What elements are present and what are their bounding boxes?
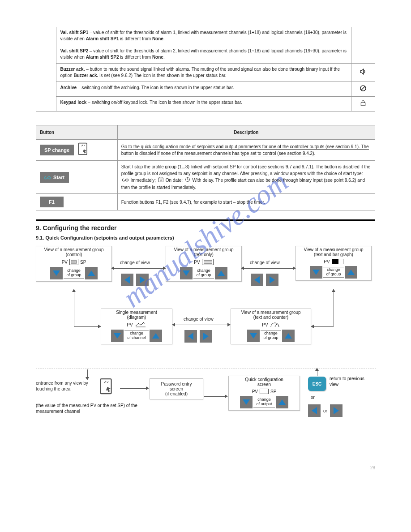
up-arrow-button[interactable] — [345, 266, 357, 279]
node-control-view: View of a measurement group (control) PV… — [36, 246, 112, 282]
start-button[interactable]: Start — [40, 172, 69, 183]
row-archive: Archive – switching on/off the archiving… — [56, 82, 351, 97]
svg-line-19 — [275, 324, 277, 327]
page-number: 28 — [0, 461, 411, 479]
entrance-text: entrance from any view by touching the a… — [36, 380, 98, 392]
prohibit-icon — [351, 82, 375, 97]
password-entry-box: Password entry screen (if enabled) — [150, 378, 203, 399]
left-arrow-button[interactable] — [251, 274, 263, 286]
right-arrow-button[interactable] — [330, 404, 342, 417]
f1-desc: Function buttons F1, F2 (see 9.4.7), for… — [117, 194, 375, 210]
infinity-icon — [122, 177, 128, 184]
node-counter-view: View of a measurement group (text and co… — [231, 309, 311, 344]
up-arrow-button[interactable] — [215, 267, 227, 279]
svg-rect-2 — [361, 103, 365, 106]
svg-rect-12 — [71, 261, 77, 263]
lock-icon — [351, 97, 375, 112]
speaker-icon — [351, 64, 375, 82]
or-text: or — [311, 395, 315, 400]
sp-change-button[interactable]: SP change — [40, 145, 74, 155]
sp-change-desc: Go to the quick configuration mode of se… — [117, 140, 375, 161]
row-val-shift-sp2: Val. shift SP2 – value of shift for the … — [56, 45, 351, 64]
up-arrow-button[interactable] — [150, 330, 162, 342]
esc-button[interactable]: ESC — [308, 377, 326, 391]
start-desc: Start / stop the profile group (1...8) l… — [117, 161, 375, 194]
row-val-shift-sp1: Val. shift SP1 – value of shift for the … — [56, 27, 351, 45]
touch-icon — [77, 142, 92, 158]
left-arrow-button[interactable] — [184, 330, 197, 343]
status-icons-table: Val. shift SP1 – value of shift for the … — [36, 27, 375, 112]
up-arrow-button[interactable] — [282, 330, 295, 342]
quick-config-box: Quick configuration screen PVSP changeof… — [228, 376, 300, 411]
f1-button[interactable]: F1 — [40, 197, 64, 207]
heading-9: 9. Configuring the recorder — [36, 224, 375, 232]
left-arrow-button[interactable] — [121, 274, 133, 286]
button-description-table: Button Description SP change Go to the q… — [36, 125, 375, 210]
up-arrow-button[interactable] — [276, 396, 288, 408]
svg-line-11 — [188, 180, 188, 180]
down-arrow-button[interactable] — [50, 267, 63, 279]
touch-icon — [98, 378, 118, 398]
left-arrow-button[interactable] — [308, 404, 321, 417]
right-arrow-button[interactable] — [266, 274, 278, 286]
svg-line-1 — [361, 86, 365, 90]
change-of-view-label: change of view — [120, 260, 150, 265]
down-arrow-button[interactable] — [240, 396, 253, 408]
entrance-text-2: (the value of the measured PV or the set… — [36, 403, 152, 414]
down-arrow-button[interactable] — [180, 267, 193, 279]
down-arrow-button[interactable] — [247, 330, 260, 342]
up-arrow-button[interactable] — [85, 267, 98, 279]
calendar-icon: 12 — [158, 177, 163, 184]
node-single-measurement: Single measurement (diagram) PV changeof… — [101, 309, 172, 344]
th-button: Button — [36, 125, 118, 140]
th-desc: Description — [117, 125, 375, 140]
clock-icon — [185, 177, 190, 184]
change-of-view-label: change of view — [184, 317, 214, 322]
heading-9-1: 9.1. Quick Configuration (setpoints and … — [36, 235, 375, 240]
change-of-view-label: change of view — [250, 260, 280, 265]
down-arrow-button[interactable] — [310, 266, 322, 279]
svg-text:12: 12 — [160, 180, 163, 182]
row-buzzer-ack: Buzzer ack. – button to mute the sound s… — [56, 64, 351, 82]
node-text-only-view: View of a measurement group (text only) … — [166, 246, 242, 282]
view-navigation-diagram: View of a measurement group (control) PV… — [36, 246, 376, 443]
node-bargraph-view: View of a measurement group (text and ba… — [295, 246, 372, 281]
row-keypad-lock: Keypad lock – switching on/off keypad lo… — [56, 97, 351, 112]
right-arrow-button[interactable] — [200, 330, 212, 343]
down-arrow-button[interactable] — [111, 330, 124, 342]
right-arrow-button[interactable] — [136, 274, 149, 286]
return-text: return to previous view — [330, 376, 370, 387]
